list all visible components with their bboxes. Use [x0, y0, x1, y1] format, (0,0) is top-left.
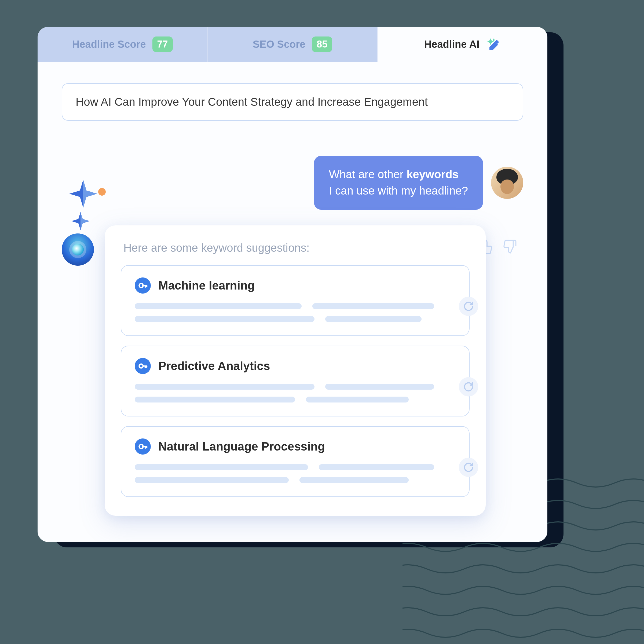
user-message-bubble: What are other keywords I can use with m… — [314, 156, 483, 210]
tab-label: SEO Score — [253, 39, 305, 50]
keyword-title: Natural Language Processing — [158, 440, 325, 453]
ai-pencil-icon — [486, 37, 501, 52]
tab-bar: Headline Score 77 SEO Score 85 Headline … — [38, 27, 547, 62]
user-message-row: What are other keywords I can use with m… — [62, 156, 523, 210]
key-icon — [135, 438, 151, 455]
user-avatar — [491, 167, 523, 199]
keyword-title: Predictive Analytics — [158, 359, 270, 373]
skeleton-placeholder — [135, 464, 456, 483]
key-icon — [135, 277, 151, 294]
tab-headline-score[interactable]: Headline Score 77 — [38, 27, 207, 62]
tab-seo-score[interactable]: SEO Score 85 — [207, 27, 378, 62]
thumbs-down-icon[interactable] — [502, 239, 518, 256]
score-badge: 85 — [312, 36, 332, 52]
user-msg-prefix: What are other — [329, 168, 407, 181]
keyword-suggestion[interactable]: Machine learning — [121, 265, 470, 336]
refresh-button[interactable] — [459, 458, 478, 477]
score-badge: 77 — [152, 36, 173, 52]
bot-avatar — [62, 233, 94, 266]
tab-label: Headline Score — [72, 39, 146, 50]
refresh-button[interactable] — [459, 297, 478, 316]
skeleton-placeholder — [135, 384, 456, 403]
sparkle-icon — [67, 177, 115, 232]
main-panel: Headline Score 77 SEO Score 85 Headline … — [38, 27, 547, 542]
tab-headline-ai[interactable]: Headline AI — [378, 27, 547, 62]
response-title: Here are some keyword suggestions: — [121, 241, 470, 254]
user-msg-bold: keywords — [407, 168, 459, 181]
tab-label: Headline AI — [424, 39, 480, 50]
refresh-button[interactable] — [459, 377, 478, 397]
keyword-title: Machine learning — [158, 279, 255, 292]
skeleton-placeholder — [135, 303, 456, 322]
svg-point-1 — [98, 188, 106, 196]
key-icon — [135, 358, 151, 374]
keyword-suggestion[interactable]: Natural Language Processing — [121, 426, 470, 497]
headline-input[interactable] — [62, 83, 523, 121]
keyword-suggestion[interactable]: Predictive Analytics — [121, 346, 470, 416]
ai-response-card: Here are some keyword suggestions: Machi… — [105, 225, 486, 516]
user-msg-suffix: I can use with my headline? — [329, 184, 468, 197]
